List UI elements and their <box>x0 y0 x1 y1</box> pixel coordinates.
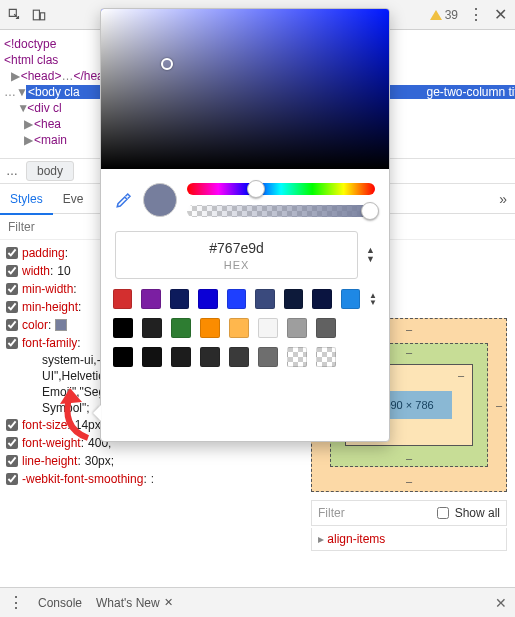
svg-rect-1 <box>40 12 44 19</box>
toggle-font-weight[interactable] <box>6 437 18 449</box>
drawer-close-icon[interactable]: ✕ <box>495 595 507 611</box>
palette-switcher[interactable]: ▲▼ <box>369 293 377 306</box>
sv-cursor[interactable] <box>161 58 173 70</box>
drawer: ⋮ Console What's New ✕ ✕ <box>0 587 515 617</box>
toggle-min-width[interactable] <box>6 283 18 295</box>
toggle-color[interactable] <box>6 319 18 331</box>
palette-swatch[interactable] <box>200 318 220 338</box>
palette-swatch[interactable] <box>198 289 217 309</box>
palette-swatch[interactable] <box>229 318 249 338</box>
palette-swatch[interactable] <box>227 289 246 309</box>
tab-event-listeners[interactable]: Eve <box>53 184 94 214</box>
warning-icon <box>430 10 442 20</box>
format-switcher[interactable]: ▲▼ <box>366 247 375 263</box>
breadcrumb-current[interactable]: body <box>26 161 74 181</box>
hex-value: #767e9d <box>209 240 264 256</box>
computed-filter-label: Filter <box>318 506 431 520</box>
toggle-min-height[interactable] <box>6 301 18 313</box>
more-icon[interactable]: ⋮ <box>468 5 484 24</box>
color-palette: ▲▼ <box>101 279 389 384</box>
palette-swatch[interactable] <box>113 289 132 309</box>
palette-swatch[interactable] <box>142 347 162 367</box>
toggle-smoothing[interactable] <box>6 473 18 485</box>
toggle-padding[interactable] <box>6 247 18 259</box>
format-label: HEX <box>224 259 250 271</box>
device-toggle-icon[interactable] <box>32 8 46 22</box>
popover-pointer <box>93 405 101 421</box>
palette-swatch[interactable] <box>258 318 278 338</box>
palette-swatch[interactable] <box>287 318 307 338</box>
warning-number: 39 <box>445 8 458 22</box>
palette-swatch-transparent[interactable] <box>287 347 307 367</box>
drawer-menu-icon[interactable]: ⋮ <box>8 593 24 612</box>
toggle-font-family[interactable] <box>6 337 18 349</box>
palette-swatch[interactable] <box>316 318 336 338</box>
show-all-label: Show all <box>455 506 500 520</box>
palette-row-1: ▲▼ <box>113 289 377 309</box>
palette-swatch[interactable] <box>113 318 133 338</box>
palette-swatch[interactable] <box>200 347 220 367</box>
palette-row-2 <box>113 318 377 338</box>
palette-swatch[interactable] <box>229 347 249 367</box>
palette-swatch[interactable] <box>255 289 274 309</box>
computed-list[interactable]: ▸ align-items <box>311 528 507 551</box>
toggle-width[interactable] <box>6 265 18 277</box>
palette-swatch[interactable] <box>142 318 162 338</box>
more-tabs-icon[interactable]: » <box>499 191 515 207</box>
palette-row-3 <box>113 347 377 367</box>
palette-swatch[interactable] <box>170 289 189 309</box>
color-picker-popover: #767e9d HEX ▲▼ ▲▼ <box>100 8 390 442</box>
hue-slider[interactable] <box>187 183 375 195</box>
breadcrumb-ellipsis[interactable]: … <box>6 164 18 178</box>
computed-filter: Filter Show all <box>311 500 507 526</box>
palette-swatch[interactable] <box>171 347 191 367</box>
drawer-tab-whatsnew[interactable]: What's New ✕ <box>96 596 173 610</box>
toggle-line-height[interactable] <box>6 455 18 467</box>
palette-swatch-transparent[interactable] <box>316 347 336 367</box>
svg-rect-0 <box>33 10 39 20</box>
color-swatch[interactable] <box>55 319 67 331</box>
alpha-slider[interactable] <box>187 205 375 217</box>
palette-swatch[interactable] <box>113 347 133 367</box>
palette-swatch[interactable] <box>258 347 278 367</box>
show-all-checkbox[interactable] <box>437 507 449 519</box>
saturation-value-field[interactable] <box>101 9 389 169</box>
tab-styles[interactable]: Styles <box>0 184 53 214</box>
palette-swatch[interactable] <box>171 318 191 338</box>
drawer-tab-console[interactable]: Console <box>38 596 82 610</box>
palette-swatch[interactable] <box>341 289 360 309</box>
palette-swatch[interactable] <box>284 289 303 309</box>
palette-swatch[interactable] <box>312 289 331 309</box>
toggle-font-size[interactable] <box>6 419 18 431</box>
warning-count[interactable]: 39 <box>430 8 458 22</box>
eyedropper-icon[interactable] <box>115 191 133 209</box>
current-color-swatch <box>143 183 177 217</box>
palette-swatch[interactable] <box>141 289 160 309</box>
inspect-icon[interactable] <box>8 8 22 22</box>
hex-input[interactable]: #767e9d HEX <box>115 231 358 279</box>
close-icon[interactable]: ✕ <box>494 5 507 24</box>
